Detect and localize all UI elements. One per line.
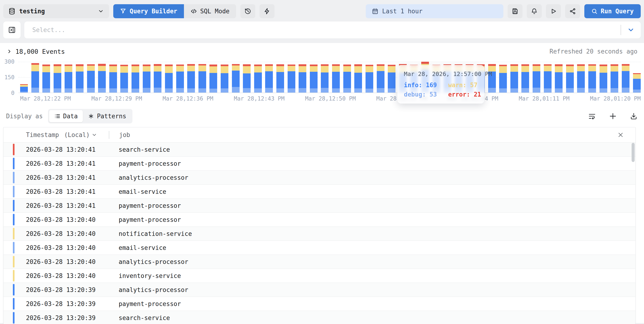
table-row[interactable]: 2026-03-28 13:20:40 payment-processor <box>4 213 635 227</box>
chart-bar[interactable] <box>388 62 396 93</box>
tab-patterns[interactable]: Patterns <box>83 110 131 122</box>
chart-bar[interactable] <box>265 62 273 93</box>
expand-chevron-icon[interactable] <box>6 49 12 54</box>
chart-bar[interactable] <box>31 62 39 93</box>
share-button[interactable] <box>565 4 580 18</box>
column-header-job[interactable]: job <box>119 131 130 138</box>
timestamp-column-label: Timestamp <box>26 131 59 138</box>
wrap-lines-button[interactable] <box>588 112 596 120</box>
bar-segment-debug <box>98 88 106 93</box>
save-button[interactable] <box>508 4 522 18</box>
chart-bar[interactable] <box>499 62 507 93</box>
table-row[interactable]: 2026-03-28 13:20:41 payment-processor <box>4 198 635 213</box>
chart-bar[interactable] <box>20 62 28 93</box>
chart-bar[interactable] <box>310 62 318 93</box>
chart-bar[interactable] <box>288 62 295 93</box>
chart-bar[interactable] <box>354 62 362 93</box>
chart-bar[interactable] <box>544 62 552 93</box>
chart-bar[interactable] <box>332 62 340 93</box>
severity-indicator <box>13 158 14 169</box>
table-row[interactable]: 2026-03-28 13:20:40 notification-service <box>4 227 635 241</box>
field-select-input[interactable] <box>24 26 620 33</box>
table-header: Timestamp (Local) job <box>4 127 635 142</box>
source-selector[interactable]: testing <box>3 4 109 18</box>
bar-segment-info <box>165 73 173 88</box>
chart-bar[interactable] <box>276 62 284 93</box>
bar-segment-error <box>532 64 540 66</box>
close-column-button[interactable] <box>618 132 624 138</box>
table-row[interactable]: 2026-03-28 13:20:40 inventory-service <box>4 269 635 283</box>
chart-bar[interactable] <box>622 62 630 93</box>
chart-bar[interactable] <box>377 62 384 93</box>
time-range-picker[interactable]: Last 1 hour <box>366 4 503 18</box>
chart-bar[interactable] <box>343 62 351 93</box>
table-row[interactable]: 2026-03-28 13:20:39 search-service <box>4 311 635 324</box>
sql-mode-button[interactable]: SQL Mode <box>184 4 236 18</box>
chart-bar[interactable] <box>198 62 206 93</box>
row-timestamp: 2026-03-28 13:20:41 <box>4 160 109 167</box>
table-row[interactable]: 2026-03-28 13:20:40 analytics-processor <box>4 255 635 269</box>
alerts-button[interactable] <box>527 4 542 18</box>
query-builder-button[interactable]: Query Builder <box>113 4 184 18</box>
chart-bar[interactable] <box>600 62 607 93</box>
query-history-button[interactable] <box>240 4 255 18</box>
table-row[interactable]: 2026-03-28 13:20:39 analytics-processor <box>4 283 635 297</box>
chart-bar[interactable] <box>132 62 139 93</box>
chart-bar[interactable] <box>555 62 562 93</box>
chart-bar[interactable] <box>566 62 574 93</box>
table-row[interactable]: 2026-03-28 13:20:41 search-service <box>4 142 635 156</box>
bar-segment-error <box>600 64 607 66</box>
chart-bar[interactable] <box>298 62 306 93</box>
download-button[interactable] <box>630 112 638 120</box>
chart-bar[interactable] <box>321 62 328 93</box>
chart-bar[interactable] <box>610 62 618 93</box>
tab-data[interactable]: Data <box>49 110 83 122</box>
y-tick: 150 <box>4 74 14 81</box>
chart-bar[interactable] <box>221 62 228 93</box>
table-scrollbar[interactable] <box>632 143 635 324</box>
chart-bar[interactable] <box>366 62 373 93</box>
table-row[interactable]: 2026-03-28 13:20:40 email-service <box>4 241 635 255</box>
chart-bar[interactable] <box>120 62 128 93</box>
scrollbar-thumb[interactable] <box>632 143 635 162</box>
chart-bar[interactable] <box>143 62 150 93</box>
bar-segment-info <box>31 71 39 88</box>
add-column-button[interactable] <box>609 112 617 120</box>
table-row[interactable]: 2026-03-28 13:20:41 email-service <box>4 184 635 198</box>
chart-bar[interactable] <box>64 62 72 93</box>
search-icon <box>591 8 598 14</box>
chart-bar[interactable] <box>187 62 195 93</box>
column-header-timestamp[interactable]: Timestamp (Local) <box>4 131 109 138</box>
chart-bar[interactable] <box>54 62 61 93</box>
chart-bar[interactable] <box>165 62 173 93</box>
play-button[interactable] <box>546 4 561 18</box>
sidebar-toggle-button[interactable] <box>3 21 20 38</box>
chart-bar[interactable] <box>522 62 529 93</box>
chart-bar[interactable] <box>98 62 106 93</box>
run-query-button[interactable]: Run Query <box>584 4 641 18</box>
chart-bar[interactable] <box>232 62 240 93</box>
chart-bar[interactable] <box>210 62 217 93</box>
chart-bar[interactable] <box>510 62 518 93</box>
bar-segment-warn <box>221 66 228 73</box>
chart-bar[interactable] <box>109 62 117 93</box>
chart-bar[interactable] <box>76 62 84 93</box>
table-row[interactable]: 2026-03-28 13:20:39 payment-processor <box>4 297 635 311</box>
chart-bar[interactable] <box>588 62 596 93</box>
chart-bar[interactable] <box>254 62 262 93</box>
chart-bar[interactable] <box>243 62 251 93</box>
table-row[interactable]: 2026-03-28 13:20:41 analytics-processor <box>4 170 635 184</box>
chart-bar[interactable] <box>577 62 585 93</box>
severity-indicator <box>13 242 14 253</box>
live-tail-button[interactable] <box>260 4 274 18</box>
chart-bar[interactable] <box>154 62 162 93</box>
chart-bar[interactable] <box>42 62 50 93</box>
bar-segment-debug <box>210 89 217 93</box>
chart-bar[interactable] <box>532 62 540 93</box>
table-row[interactable]: 2026-03-28 13:20:41 payment-processor <box>4 156 635 170</box>
chart-bar[interactable] <box>633 62 641 93</box>
bar-segment-warn <box>64 66 72 72</box>
chart-bar[interactable] <box>87 62 95 93</box>
chart-bar[interactable] <box>176 62 184 93</box>
select-caret-icon[interactable] <box>621 26 641 34</box>
